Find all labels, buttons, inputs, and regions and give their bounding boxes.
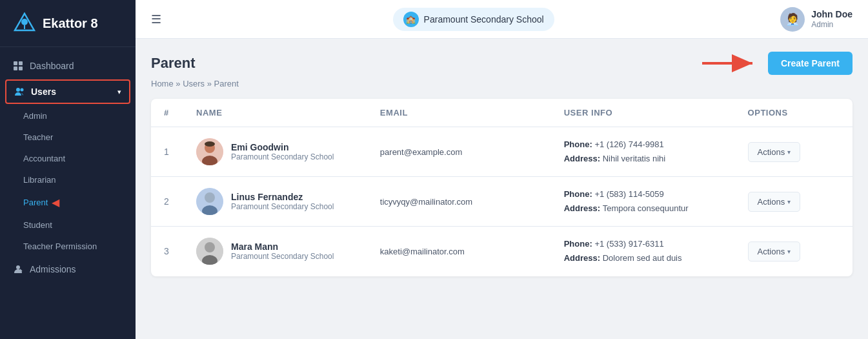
users-chevron-icon: ▾ — [117, 88, 121, 96]
sidebar-sub-student[interactable]: Student — [0, 214, 136, 236]
row-3-avatar — [196, 238, 223, 265]
row-2-num: 2 — [164, 196, 196, 207]
row-2-info: Linus Fernandez Paramount Secondary Scho… — [231, 192, 334, 211]
row-2-avatar — [196, 188, 223, 215]
row-1-actions-cell: Actions ▾ — [748, 142, 840, 162]
sidebar-item-dashboard[interactable]: Dashboard — [0, 54, 136, 78]
school-name: Paramount Secondary School — [424, 14, 544, 25]
topbar: ☰ 🏫 Paramount Secondary School 🧑‍💼 John … — [136, 0, 868, 39]
sidebar-admin-label: Admin — [23, 111, 47, 121]
sidebar-librarian-label: Librarian — [23, 175, 56, 185]
svg-rect-4 — [19, 61, 23, 65]
sidebar-users-label: Users — [31, 87, 56, 97]
user-info: John Doe Admin — [811, 8, 853, 30]
svg-point-7 — [16, 88, 20, 92]
row-3-phone: Phone: +1 (533) 917-6311 — [564, 237, 748, 251]
row-2-dropdown-icon: ▾ — [787, 198, 791, 205]
sidebar-sub-accountant[interactable]: Accountant — [0, 148, 136, 169]
row-2-school: Paramount Secondary School — [231, 202, 334, 211]
row-3-name: Mara Mann — [231, 241, 334, 252]
svg-rect-16 — [205, 141, 215, 147]
row-1-dropdown-icon: ▾ — [787, 149, 791, 156]
sidebar-sub-parent[interactable]: Parent ◀ — [0, 190, 136, 214]
col-email: Email — [380, 108, 564, 118]
svg-rect-5 — [14, 67, 17, 70]
svg-point-1 — [21, 19, 28, 25]
table-header: # Name Email User Info Options — [151, 99, 853, 127]
sidebar-teacher-permission-label: Teacher Permission — [23, 241, 97, 251]
row-3-actions-label: Actions — [758, 247, 785, 256]
sidebar-sub-librarian[interactable]: Librarian — [0, 169, 136, 190]
row-3-actions-button[interactable]: Actions ▾ — [748, 241, 801, 262]
row-2-address: Address: Tempora consequuntur — [564, 201, 748, 216]
svg-rect-3 — [14, 61, 17, 65]
row-2-name: Linus Fernandez — [231, 192, 334, 202]
avatar: 🧑‍💼 — [780, 7, 805, 32]
row-1-name: Emi Goodwin — [231, 142, 334, 152]
sidebar-item-admissions[interactable]: Admissions — [0, 257, 136, 282]
col-num: # — [164, 108, 196, 118]
app-name: Ekattor 8 — [43, 16, 98, 31]
topbar-user: 🧑‍💼 John Doe Admin — [780, 7, 853, 32]
row-1-actions-button[interactable]: Actions ▾ — [748, 142, 801, 162]
school-icon: 🏫 — [403, 12, 419, 27]
sidebar-parent-label: Parent — [23, 198, 48, 207]
col-options: Options — [748, 108, 840, 118]
row-2-actions-button[interactable]: Actions ▾ — [748, 192, 801, 212]
row-3-dropdown-icon: ▾ — [787, 248, 791, 255]
row-1-avatar — [196, 138, 223, 165]
user-name: John Doe — [811, 8, 853, 20]
page-title: Parent — [151, 55, 195, 72]
sidebar-dashboard-label: Dashboard — [30, 61, 74, 71]
col-name: Name — [196, 108, 380, 118]
sidebar-student-label: Student — [23, 220, 52, 230]
row-3-address: Address: Dolorem sed aut duis — [564, 251, 748, 265]
sidebar-teacher-label: Teacher — [23, 132, 53, 142]
sidebar: Ekattor 8 Dashboard Users ▾ Admin Teache… — [0, 0, 136, 339]
row-1-phone: Phone: +1 (126) 744-9981 — [564, 138, 748, 152]
row-1-email: parent@example.com — [380, 147, 564, 157]
users-table: # Name Email User Info Options 1 — [151, 99, 853, 276]
table-row: 3 Mara Mann Paramount Secondary School — [151, 227, 853, 276]
arrow-icon — [702, 54, 760, 72]
svg-point-8 — [21, 88, 24, 92]
user-role: Admin — [811, 20, 853, 30]
content-area: Parent Create Parent Home » Users » — [136, 39, 868, 339]
row-3-email: kaketi@mailinator.com — [380, 247, 564, 256]
topbar-center: 🏫 Paramount Secondary School — [177, 8, 770, 31]
row-1-userinfo: Phone: +1 (126) 744-9981 Address: Nihil … — [564, 138, 748, 166]
row-2-actions-label: Actions — [758, 197, 785, 207]
row-1-actions-label: Actions — [758, 147, 785, 157]
row-1-address: Address: Nihil veritatis nihi — [564, 152, 748, 166]
sidebar-admissions-label: Admissions — [30, 264, 76, 274]
sidebar-sub-teacher-permission[interactable]: Teacher Permission — [0, 236, 136, 257]
row-3-info: Mara Mann Paramount Secondary School — [231, 241, 334, 261]
school-badge: 🏫 Paramount Secondary School — [393, 8, 554, 31]
col-userinfo: User Info — [564, 108, 748, 118]
row-1-school: Paramount Secondary School — [231, 152, 334, 161]
breadcrumb: Home » Users » Parent — [151, 79, 853, 88]
svg-point-18 — [205, 192, 215, 203]
page-title-group: Parent — [151, 55, 195, 72]
table-row: 1 Emi Goodwin Paramount Secondary School — [151, 127, 853, 177]
row-1-num: 1 — [164, 147, 196, 157]
row-1-user: Emi Goodwin Paramount Secondary School — [196, 138, 380, 165]
row-1-info: Emi Goodwin Paramount Secondary School — [231, 142, 334, 161]
row-2-userinfo: Phone: +1 (583) 114-5059 Address: Tempor… — [564, 187, 748, 216]
sidebar-sub-admin[interactable]: Admin — [0, 105, 136, 127]
main-content: ☰ 🏫 Paramount Secondary School 🧑‍💼 John … — [136, 0, 868, 339]
svg-point-9 — [16, 265, 20, 269]
sidebar-nav: Dashboard Users ▾ Admin Teacher Accounta… — [0, 47, 136, 339]
sidebar-item-users[interactable]: Users ▾ — [5, 79, 130, 104]
row-2-user: Linus Fernandez Paramount Secondary Scho… — [196, 188, 380, 215]
sidebar-sub-teacher[interactable]: Teacher — [0, 127, 136, 148]
menu-icon[interactable]: ☰ — [151, 12, 161, 26]
row-3-actions-cell: Actions ▾ — [748, 241, 840, 262]
sidebar-accountant-label: Accountant — [23, 154, 65, 163]
parent-arrow-icon: ◀ — [52, 196, 59, 209]
table-row: 2 Linus Fernandez Paramount Secondary Sc… — [151, 177, 853, 227]
svg-point-21 — [205, 242, 215, 252]
create-parent-button[interactable]: Create Parent — [768, 52, 853, 75]
row-2-actions-cell: Actions ▾ — [748, 192, 840, 212]
svg-rect-6 — [19, 67, 23, 70]
